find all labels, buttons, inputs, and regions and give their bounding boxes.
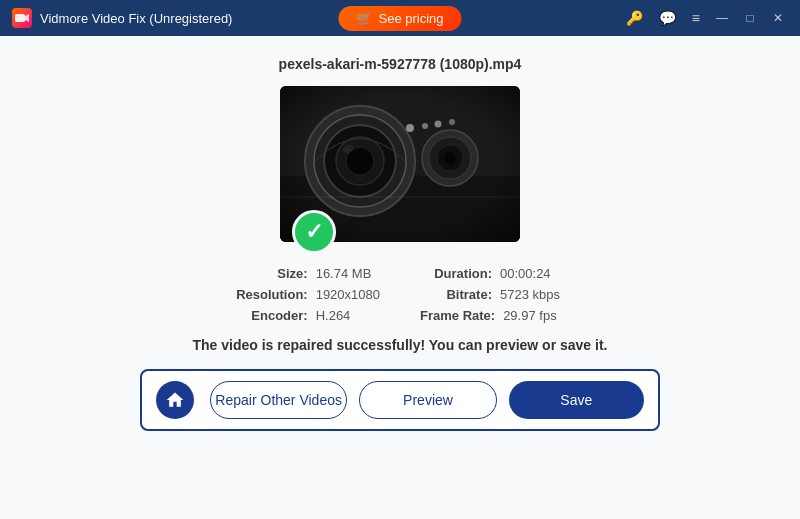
close-button[interactable]: ✕ [768,8,788,28]
duration-label: Duration: [420,266,492,281]
success-message: The video is repaired successfully! You … [193,337,608,353]
framerate-row: Frame Rate: 29.97 fps [420,308,564,323]
bitrate-row: Bitrate: 5723 kbps [420,287,564,302]
titlebar: Vidmore Video Fix (Unregistered) 🛒 See p… [0,0,800,36]
resolution-row: Resolution: 1920x1080 [236,287,380,302]
success-check-badge: ✓ [292,210,336,254]
info-grid: Size: 16.74 MB Duration: 00:00:24 Resolu… [236,266,565,323]
home-button[interactable] [156,381,194,419]
cart-icon: 🛒 [356,11,372,26]
encoder-value: H.264 [316,308,351,323]
resolution-value: 1920x1080 [316,287,380,302]
see-pricing-button[interactable]: 🛒 See pricing [338,6,461,31]
maximize-button[interactable]: □ [740,8,760,28]
resolution-label: Resolution: [236,287,308,302]
titlebar-center: 🛒 See pricing [338,6,461,31]
duration-value: 00:00:24 [500,266,551,281]
encoder-label: Encoder: [236,308,308,323]
key-icon[interactable]: 🔑 [622,8,647,28]
size-value: 16.74 MB [316,266,372,281]
svg-marker-1 [25,14,29,22]
chat-icon[interactable]: 💬 [655,8,680,28]
action-buttons-row: Repair Other Videos Preview Save [210,381,644,419]
size-label: Size: [236,266,308,281]
video-filename: pexels-akari-m-5927778 (1080p).mp4 [279,56,522,72]
titlebar-left: Vidmore Video Fix (Unregistered) [12,8,232,28]
framerate-label: Frame Rate: [420,308,495,323]
minimize-button[interactable]: — [712,8,732,28]
bitrate-label: Bitrate: [420,287,492,302]
framerate-value: 29.97 fps [503,308,557,323]
preview-button[interactable]: Preview [359,381,496,419]
svg-rect-0 [15,14,25,22]
bitrate-value: 5723 kbps [500,287,560,302]
main-content: pexels-akari-m-5927778 (1080p).mp4 [0,36,800,519]
repair-other-videos-button[interactable]: Repair Other Videos [210,381,347,419]
bottom-action-area: Repair Other Videos Preview Save [140,369,660,431]
video-preview-container: ✓ [280,86,520,242]
titlebar-right: 🔑 💬 ≡ — □ ✕ [622,8,788,28]
save-button[interactable]: Save [509,381,644,419]
encoder-row: Encoder: H.264 [236,308,380,323]
app-title: Vidmore Video Fix (Unregistered) [40,11,232,26]
duration-row: Duration: 00:00:24 [420,266,564,281]
menu-icon[interactable]: ≡ [688,8,704,28]
size-row: Size: 16.74 MB [236,266,380,281]
app-logo-icon [12,8,32,28]
